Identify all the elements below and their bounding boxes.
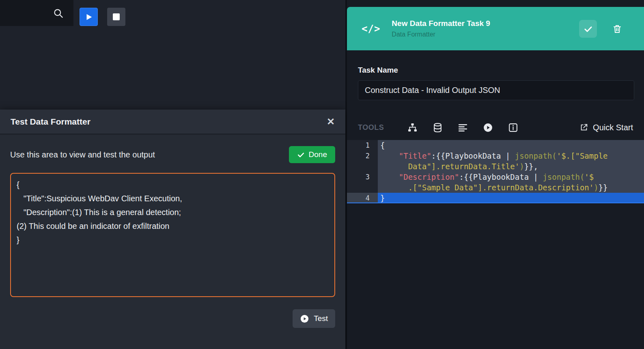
code-line[interactable]: .["Sample Data"].returnData.Description'…: [347, 182, 644, 193]
info-icon[interactable]: [508, 123, 518, 133]
quick-start-label: Quick Start: [593, 123, 633, 132]
line-number: [347, 182, 378, 193]
code-line[interactable]: Data"].returnData.Title')}},: [347, 161, 644, 172]
modal-title: Test Data Formatter: [11, 117, 90, 127]
line-number: [347, 161, 378, 172]
line-number: 3: [347, 172, 378, 182]
check-icon: [584, 24, 593, 34]
search-box[interactable]: [0, 0, 73, 26]
search-icon: [53, 8, 64, 19]
done-button[interactable]: Done: [289, 146, 335, 163]
check-icon: [297, 151, 305, 159]
modal-header: Test Data Formatter ✕: [0, 110, 345, 135]
code-line-text: }: [378, 193, 644, 203]
lines-icon[interactable]: [458, 123, 468, 133]
external-link-icon: [579, 123, 588, 132]
test-button-label: Test: [314, 314, 328, 323]
test-data-formatter-modal: Test Data Formatter ✕ Use this area to v…: [0, 110, 345, 349]
code-line-text: Data"].returnData.Title')}},: [378, 161, 644, 172]
stop-button[interactable]: [107, 8, 125, 26]
test-button[interactable]: Test: [293, 309, 335, 328]
play-circle-icon[interactable]: [483, 123, 493, 133]
output-textarea[interactable]: { "Title":Suspicious WebDav Client Execu…: [10, 173, 335, 297]
code-line[interactable]: 4}: [347, 193, 644, 203]
trash-icon: [612, 24, 622, 34]
tools-label: TOOLS: [358, 123, 384, 132]
run-button[interactable]: [80, 8, 98, 26]
code-line[interactable]: 1{: [347, 140, 644, 151]
play-circle-icon: [300, 314, 309, 323]
done-button-label: Done: [309, 150, 327, 159]
task-config-panel: </> New Data Formatter Task 9 Data Forma…: [347, 0, 644, 349]
task-name-label: Task Name: [358, 66, 398, 75]
task-header: </> New Data Formatter Task 9 Data Forma…: [347, 7, 644, 50]
confirm-task-button[interactable]: [579, 20, 597, 38]
code-line-text: "Description":{{PlaybookData | jsonpath(…: [378, 172, 644, 182]
task-name-input[interactable]: [358, 80, 634, 100]
code-line[interactable]: 3 "Description":{{PlaybookData | jsonpat…: [347, 172, 644, 182]
modal-instruction: Use this area to view and test the outpu…: [10, 150, 155, 159]
code-line[interactable]: 2 "Title":{{PlaybookData | jsonpath('$.[…: [347, 151, 644, 161]
code-icon: </>: [362, 23, 380, 34]
delete-task-button[interactable]: [608, 20, 626, 38]
code-line-text: "Title":{{PlaybookData | jsonpath('$.["S…: [378, 151, 644, 161]
quick-start-button[interactable]: Quick Start: [579, 123, 633, 132]
line-number: 4: [347, 193, 378, 203]
play-icon: [84, 13, 93, 22]
line-number: 1: [347, 140, 378, 151]
line-number: 2: [347, 151, 378, 161]
database-icon[interactable]: [433, 123, 443, 133]
code-editor[interactable]: 1{2 "Title":{{PlaybookData | jsonpath('$…: [347, 140, 644, 203]
app-root: Test Data Formatter ✕ Use this area to v…: [0, 0, 644, 349]
task-title: New Data Formatter Task 9: [392, 19, 490, 28]
hierarchy-icon[interactable]: [407, 123, 418, 133]
code-line-text: .["Sample Data"].returnData.Description'…: [378, 182, 644, 193]
close-icon[interactable]: ✕: [327, 117, 335, 127]
stop-icon: [113, 13, 120, 20]
task-subtitle: Data Formatter: [392, 31, 490, 38]
code-line-text: {: [378, 140, 644, 151]
tools-bar: TOOLS: [347, 117, 644, 138]
modal-body: Use this area to view and test the outpu…: [0, 146, 345, 328]
